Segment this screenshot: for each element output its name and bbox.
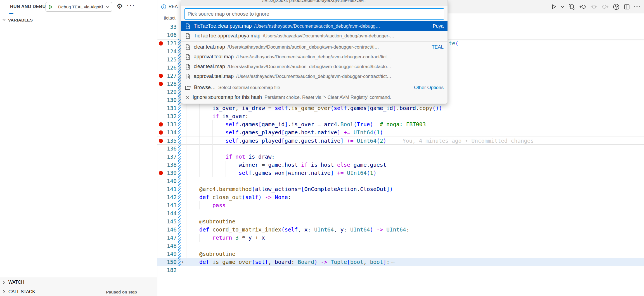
- line-number[interactable]: 137: [167, 153, 177, 161]
- code-line-132[interactable]: 132if is_over:: [157, 112, 644, 120]
- debug-config-dropdown[interactable]: Debug TEAL via AlgoKi: [46, 2, 112, 12]
- code-line-147[interactable]: 147return 3 * y + x: [157, 234, 644, 242]
- quickpick-item-5[interactable]: approval.teal.map/Users/asthayadav/Docum…: [181, 71, 448, 81]
- breakpoint-icon[interactable]: [159, 74, 163, 78]
- gutter[interactable]: 137: [157, 153, 186, 161]
- code-line-137[interactable]: 137if not is_draw:: [157, 153, 644, 161]
- line-number[interactable]: 135: [167, 137, 177, 145]
- run-options-chevron[interactable]: [561, 6, 564, 8]
- line-number[interactable]: 132: [167, 112, 177, 120]
- breakpoint-icon[interactable]: [159, 82, 163, 86]
- quickpick-item-4[interactable]: clear.teal.map/Users/asthayadav/Document…: [181, 62, 448, 71]
- line-number[interactable]: 149: [167, 250, 177, 258]
- line-number[interactable]: 130: [167, 96, 177, 104]
- line-number[interactable]: 182: [167, 266, 177, 274]
- line-number[interactable]: 33: [170, 23, 177, 31]
- code-line-131[interactable]: 131is_over, is_draw = self.is_game_over(…: [157, 104, 644, 112]
- line-number[interactable]: 141: [167, 185, 177, 193]
- gutter[interactable]: 140: [157, 177, 186, 185]
- gutter[interactable]: 135: [157, 137, 186, 144]
- gutter[interactable]: 149: [157, 250, 186, 258]
- code-line-133[interactable]: 133self.games[game_id].is_over = arc4.Bo…: [157, 120, 644, 128]
- code-line-142[interactable]: 142def close_out(self) -> None:: [157, 193, 644, 201]
- call-graph-button[interactable]: [613, 3, 620, 10]
- line-number[interactable]: 147: [167, 234, 177, 242]
- code-line-140[interactable]: 140: [157, 177, 644, 185]
- gutter[interactable]: 145: [157, 218, 186, 226]
- gutter[interactable]: 139: [157, 169, 186, 177]
- split-editor-button[interactable]: [624, 4, 630, 10]
- quickpick-item-7[interactable]: Ignore sourcemap for this hashPersistent…: [181, 92, 448, 102]
- gutter[interactable]: 134: [157, 128, 186, 137]
- gutter[interactable]: 136: [157, 145, 186, 153]
- code-line-182[interactable]: 182: [157, 266, 644, 274]
- line-number[interactable]: 138: [167, 161, 177, 169]
- line-number[interactable]: 140: [167, 177, 177, 185]
- gutter[interactable]: 146: [157, 226, 186, 234]
- code-line-148[interactable]: 148: [157, 242, 644, 250]
- quickpick-item-3[interactable]: approval.teal.map/Users/asthayadav/Docum…: [181, 52, 448, 62]
- other-options-link[interactable]: Other Options: [411, 85, 444, 90]
- code-line-146[interactable]: 146def coord_to_matrix_index(self, x: UI…: [157, 226, 644, 234]
- gutter[interactable]: 147: [157, 234, 186, 242]
- folded-code-ellipsis[interactable]: ⋯: [390, 259, 395, 265]
- more-actions-button[interactable]: [634, 6, 640, 8]
- breakpoint-icon[interactable]: [159, 130, 163, 135]
- line-number[interactable]: 123: [167, 39, 177, 47]
- line-number[interactable]: 134: [167, 128, 177, 137]
- line-number[interactable]: 129: [167, 88, 177, 96]
- gutter[interactable]: 148: [157, 242, 186, 250]
- line-number[interactable]: 133: [167, 120, 177, 128]
- quickpick-item-0[interactable]: TicTacToe.clear.puya.map/Users/asthayada…: [181, 21, 448, 31]
- run-button[interactable]: [551, 4, 557, 10]
- code-line-143[interactable]: 143pass: [157, 201, 644, 209]
- line-number[interactable]: 150: [167, 258, 177, 266]
- line-number[interactable]: 125: [167, 56, 177, 64]
- breakpoint-icon[interactable]: [159, 122, 163, 126]
- breakpoint-icon[interactable]: [159, 171, 163, 175]
- quickpick-item-2[interactable]: clear.teal.map/Users/asthayadav/Document…: [181, 42, 448, 52]
- gutter[interactable]: 131: [157, 104, 186, 112]
- quickpick-item-6[interactable]: Browse…Select external sourcemap fileOth…: [181, 83, 448, 92]
- line-number[interactable]: 124: [167, 47, 177, 56]
- code-line-135[interactable]: 135self.games_played[game.guest.native] …: [157, 137, 644, 145]
- line-number[interactable]: 143: [167, 201, 177, 209]
- switch-sourcemap-button[interactable]: [568, 3, 575, 10]
- line-number[interactable]: 148: [167, 242, 177, 250]
- code-line-134[interactable]: 134self.games_played[game.host.native] +…: [157, 128, 644, 137]
- line-number[interactable]: 128: [167, 80, 177, 88]
- call-stack-section-header[interactable]: CALL STACK Paused on step: [0, 287, 157, 296]
- line-number[interactable]: 136: [167, 145, 177, 153]
- gutter[interactable]: 182: [157, 266, 186, 274]
- gutter[interactable]: 143: [157, 201, 186, 209]
- line-number[interactable]: 127: [167, 72, 177, 80]
- line-number[interactable]: 139: [167, 169, 177, 177]
- variables-section-header[interactable]: VARIABLES: [0, 16, 157, 24]
- gear-icon[interactable]: ⚙: [117, 2, 123, 10]
- line-number[interactable]: 126: [167, 64, 177, 72]
- line-number[interactable]: 131: [167, 104, 177, 112]
- gutter[interactable]: 138: [157, 161, 186, 169]
- gutter[interactable]: 132: [157, 112, 186, 120]
- start-debug-button[interactable]: [46, 2, 55, 11]
- gutter[interactable]: 141: [157, 185, 186, 193]
- more-actions-icon[interactable]: ···: [127, 1, 135, 9]
- code-line-139[interactable]: 139self.games_won[winner.native] += UInt…: [157, 169, 644, 177]
- breadcrumb-filename[interactable]: tictact: [164, 16, 176, 21]
- gutter[interactable]: 144: [157, 209, 186, 218]
- code-line-144[interactable]: 144: [157, 209, 644, 218]
- breakpoint-icon[interactable]: [159, 139, 163, 143]
- quickpick-item-1[interactable]: TicTacToe.approval.puya.map/Users/asthay…: [181, 31, 448, 41]
- code-line-145[interactable]: 145@subroutine: [157, 218, 644, 226]
- breakpoint-icon[interactable]: [159, 41, 163, 46]
- line-number[interactable]: 146: [167, 226, 177, 234]
- watch-section-header[interactable]: WATCH: [0, 278, 157, 287]
- code-line-150[interactable]: 150›def is_game_over(self, board: Board)…: [157, 258, 644, 266]
- fold-collapsed-icon[interactable]: ›: [181, 258, 184, 266]
- gutter[interactable]: 150›: [157, 258, 186, 266]
- line-number[interactable]: 144: [167, 209, 177, 218]
- code-line-138[interactable]: 138winner = game.host if is_host else ga…: [157, 161, 644, 169]
- line-number[interactable]: 142: [167, 193, 177, 201]
- step-back-button[interactable]: [579, 4, 586, 10]
- line-number[interactable]: 106: [167, 31, 177, 39]
